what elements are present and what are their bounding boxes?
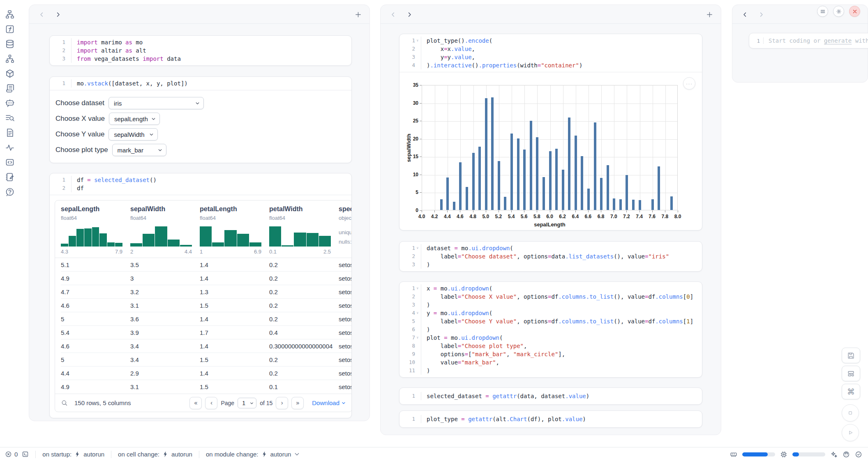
chart-plot-area[interactable] [422,85,678,210]
fold-chevron-icon[interactable]: ∨ [415,37,420,45]
chart-bar[interactable] [517,138,519,210]
table-row[interactable]: 4.93.11.50.1setosa [61,380,352,394]
sparkles-icon[interactable] [830,451,838,458]
cell-vstack-controls[interactable]: 1mo.vstack([dataset, x, y, plot])Choose … [49,76,352,163]
chart-bar[interactable] [542,177,545,210]
cell-selected-dataset[interactable]: 1selected_dataset = getattr(data, datase… [399,387,702,405]
column-histogram[interactable] [61,225,122,247]
column-histogram[interactable] [130,225,192,247]
command-palette-button[interactable]: ⌘ [842,384,860,399]
next-column-button[interactable] [757,10,765,18]
code-editor[interactable]: 1∨plot_type().encode(2 x=x.value,3 y=y.v… [399,34,702,72]
cell-plot-type[interactable]: 1plot_type = getattr(alt.Chart(df), plot… [399,410,702,428]
prev-page-button[interactable]: ‹ [205,397,217,409]
chart-bar[interactable] [613,198,615,210]
table-row[interactable]: 5.13.51.40.2setosa [61,258,352,272]
last-page-button[interactable]: » [291,397,304,409]
code-editor[interactable]: 1∨dataset = mo.ui.dropdown(2 label="Choo… [399,242,702,271]
search-icon[interactable] [61,399,68,406]
chart-bar[interactable] [587,189,590,210]
fold-chevron-icon[interactable]: ∨ [415,334,420,342]
code-editor[interactable]: 1selected_dataset = getattr(data, datase… [399,390,702,403]
runtime-config-2[interactable]: on cell change:autorun [118,451,192,458]
table-row[interactable]: 53.41.50.2setosa [61,353,352,366]
prev-column-button[interactable] [37,10,46,18]
save-button[interactable] [842,348,860,363]
column-histogram[interactable] [269,225,331,247]
chart-bar[interactable] [510,134,513,210]
chart-bar[interactable] [626,175,628,210]
table-row[interactable]: 5.43.91.70.4setosa [61,326,352,339]
table-row[interactable]: 53.61.40.2setosa [61,312,352,326]
chart-bar[interactable] [600,178,603,210]
dropdown-choose-x-value[interactable]: sepalLength [109,113,160,125]
code-editor[interactable]: 1∨x = mo.ui.dropdown(2 label="Choose X v… [399,282,702,377]
rail-chat-assistant-button[interactable] [5,98,15,108]
download-button[interactable]: Download [312,399,346,406]
cell-dataset-dropdown[interactable]: 1∨dataset = mo.ui.dropdown(2 label="Choo… [399,241,702,272]
chart-bar[interactable] [568,118,570,210]
first-page-button[interactable]: « [189,397,202,409]
assistant-robot-icon[interactable] [843,451,850,458]
chart-bar[interactable] [478,147,481,210]
chart-bar[interactable] [607,165,609,210]
table-row[interactable]: 4.73.21.30.2setosa [61,285,352,299]
table-row[interactable]: 4.63.41.40.30000000000000004setosa [61,339,352,353]
cell-xy-plot-dropdowns[interactable]: 1∨x = mo.ui.dropdown(2 label="Choose X v… [399,281,702,378]
code-editor[interactable]: 1df = selected_dataset()2df [50,173,351,195]
chart-bar[interactable] [466,187,468,210]
chart-bar[interactable] [575,136,577,210]
chart-bar[interactable] [562,170,564,210]
table-row[interactable]: 4.63.11.50.2setosa [61,299,352,312]
cpu-icon[interactable] [780,451,787,458]
dropdown-choose-plot-type[interactable]: mark_bar [112,144,166,156]
chart-bar[interactable] [594,122,596,210]
dropdown-choose-dataset[interactable]: iris [108,97,204,109]
empty-code-cell[interactable]: 1 Start coding or generate with AI [749,33,868,48]
rail-tracing-button[interactable] [5,142,15,153]
chart-bar[interactable] [670,196,673,210]
dropdown-choose-y-value[interactable]: sepalWidth [108,128,158,141]
rail-logs-button[interactable] [5,83,15,94]
next-page-button[interactable]: › [276,397,288,409]
cell-plot-encode[interactable]: 1∨plot_type().encode(2 x=x.value,3 y=y.v… [399,34,702,230]
chart-bar[interactable] [453,202,455,210]
chart-bar[interactable] [555,149,558,210]
chart-bar[interactable] [632,200,635,210]
rail-datasources-button[interactable] [5,39,15,49]
chart-actions-button[interactable]: ··· [683,77,695,90]
chart-bar[interactable] [536,137,538,210]
rail-outline-search-button[interactable] [5,113,15,123]
stop-button[interactable] [842,404,859,422]
code-editor[interactable]: 1import marimo as mo2import altair as al… [50,36,351,65]
rail-variables-button[interactable] [5,24,15,35]
fold-chevron-icon[interactable]: ∨ [415,284,420,293]
fold-chevron-icon[interactable]: ∨ [415,309,420,317]
terminal-button[interactable] [22,451,29,458]
runtime-config-3[interactable]: on module change:autorun [206,451,300,458]
chart-bar[interactable] [440,199,443,210]
add-cell-button[interactable] [705,10,713,18]
table-row[interactable]: 4.42.91.40.2setosa [61,366,352,380]
code-editor[interactable]: 1plot_type = getattr(alt.Chart(df), plot… [399,413,702,426]
rail-dependency-graph-button[interactable] [5,53,15,64]
chart-bar[interactable] [619,199,622,210]
error-count[interactable]: 0 [5,451,18,458]
code-editor[interactable]: 1mo.vstack([dataset, x, y, plot]) [50,77,351,90]
rail-packages-button[interactable] [5,68,15,79]
run-button[interactable] [842,424,859,441]
chart-bar[interactable] [485,98,487,210]
fold-chevron-icon[interactable]: ∨ [415,244,420,252]
chart-bar[interactable] [459,162,462,210]
settings-button[interactable] [833,6,844,17]
page-select[interactable]: 1 [238,398,256,408]
shutdown-button[interactable] [849,6,860,17]
memory-icon[interactable] [730,451,737,458]
chart-bar[interactable] [523,150,526,210]
chart-bar[interactable] [581,156,583,210]
chart-bar[interactable] [549,151,552,210]
chart-bar[interactable] [651,199,654,210]
next-column-button[interactable] [54,10,62,18]
cell-dataframe[interactable]: 1df = selected_dataset()2dfsepalLengthfl… [49,173,352,418]
rail-file-explorer-button[interactable] [5,9,15,20]
